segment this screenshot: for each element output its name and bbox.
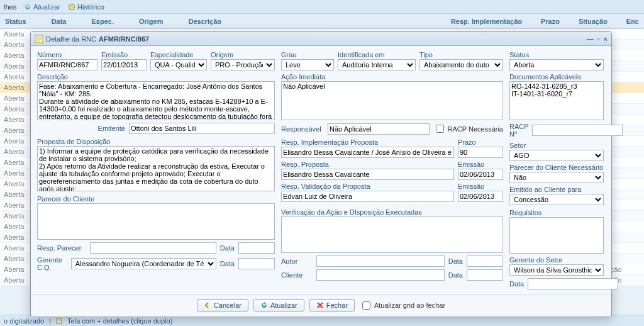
lbl-emitido: Emitido ao Cliente para bbox=[509, 186, 604, 193]
racp-no-field[interactable] bbox=[532, 125, 623, 136]
acao-textarea[interactable]: Não Aplicável bbox=[281, 81, 503, 120]
lbl-cliente: Cliente bbox=[281, 271, 313, 279]
emissao2a-field[interactable] bbox=[458, 169, 503, 180]
lbl-especialidade: Especialidade bbox=[150, 51, 207, 59]
emitente-field[interactable] bbox=[129, 123, 275, 134]
cancelar-label: Cancelar bbox=[214, 301, 242, 309]
lbl-documentos: Documentos Aplicáveis bbox=[509, 73, 604, 81]
lbl-identificada: Identificada em bbox=[338, 51, 416, 59]
proposta-disp-textarea[interactable]: 1) Informar a equipe de proteção catódic… bbox=[37, 146, 275, 191]
lbl-racp-nec: RACP Necessária bbox=[448, 125, 503, 133]
parecer-nec-select[interactable]: Não bbox=[509, 172, 604, 183]
refresh-icon bbox=[260, 301, 268, 309]
data4-field[interactable] bbox=[467, 269, 503, 281]
emissao-field[interactable] bbox=[101, 59, 147, 70]
lbl-proposta-disp: Proposta de Disposição bbox=[37, 138, 275, 145]
prazo-field[interactable] bbox=[458, 147, 503, 158]
lbl-origem: Origem bbox=[211, 51, 275, 59]
lbl-emissao2a: Emissão bbox=[458, 160, 503, 168]
lbl-emissao2b: Emissão bbox=[458, 183, 503, 190]
modal-button-bar: Cancelar Atualizar Fechar Atualizar grid… bbox=[31, 295, 611, 317]
top-toolbar: lhes Atualizar Histórico bbox=[0, 0, 644, 14]
grau-select[interactable]: Leve bbox=[281, 59, 334, 70]
lbl-racp-no: RACP Nº bbox=[509, 123, 528, 138]
tipo-select[interactable]: Abaixamento do duto bbox=[419, 59, 503, 70]
requisitos-textarea[interactable] bbox=[509, 217, 604, 254]
emissao2b-field[interactable] bbox=[458, 191, 503, 202]
racp-necessaria-checkbox[interactable]: RACP Necessária bbox=[433, 123, 503, 135]
lbl-emissao: Emissão bbox=[101, 51, 147, 59]
data3-field[interactable] bbox=[238, 258, 275, 269]
atualizar-modal-button[interactable]: Atualizar bbox=[253, 299, 304, 312]
svg-rect-1 bbox=[57, 318, 62, 323]
resp-parecer-field[interactable] bbox=[90, 242, 216, 254]
modal-titlebar[interactable]: Detalhe da RNC AFMR/RNC/867 — ▫ × bbox=[31, 32, 611, 46]
col-prazo[interactable]: Prazo bbox=[541, 18, 560, 25]
descricao-textarea[interactable]: Fase: Abaixamento e Cobertura - Encarreg… bbox=[37, 81, 275, 120]
close-button[interactable]: × bbox=[604, 35, 608, 43]
col-status[interactable]: Status bbox=[5, 18, 26, 25]
lbl-data3: Data bbox=[220, 260, 235, 267]
atualizar-grid-checkbox[interactable]: Atualizar grid ao fechar bbox=[360, 300, 445, 312]
col-descricao[interactable]: Descrição bbox=[188, 18, 221, 25]
lbl-gerente-cq: Gerente C.Q. bbox=[37, 256, 67, 271]
modal-title-id: AFMR/RNC/867 bbox=[99, 35, 149, 43]
lbl-resp-prop: Resp. Proposta bbox=[281, 160, 454, 168]
history-icon bbox=[68, 3, 75, 11]
historico-label: Histórico bbox=[77, 3, 104, 11]
status-digitalizado: o digitalizado bbox=[4, 317, 44, 325]
cliente-field[interactable] bbox=[316, 269, 445, 281]
lbl-responsavel: Responsável bbox=[281, 125, 324, 133]
form-icon bbox=[35, 35, 43, 43]
cancelar-button[interactable]: Cancelar bbox=[197, 299, 248, 312]
fechar-button[interactable]: Fechar bbox=[309, 299, 355, 312]
lbl-prazo: Prazo bbox=[458, 138, 503, 146]
lbl-parecer: Parecer do Cliente bbox=[37, 195, 275, 203]
resp-impl-field[interactable] bbox=[281, 147, 454, 158]
lbl-emitente: Emitente bbox=[37, 125, 125, 132]
gerente-setor-select[interactable]: Wilson da Silva Gorosthide bbox=[509, 264, 604, 276]
minimize-button[interactable]: — bbox=[587, 35, 594, 43]
origem-select[interactable]: PRO - Produção bbox=[211, 59, 275, 70]
autor-field[interactable] bbox=[316, 256, 445, 267]
lbl-numero: Número bbox=[37, 51, 97, 59]
atualizar-button[interactable]: Atualizar bbox=[24, 3, 60, 11]
status-select[interactable]: Aberta bbox=[509, 59, 604, 70]
data2-field[interactable] bbox=[467, 256, 503, 267]
data5-field[interactable] bbox=[528, 278, 618, 289]
col-espec[interactable]: Espec. bbox=[91, 18, 113, 25]
gerente-cq-select[interactable]: Alessandro Nogueira (Coordenador de Té bbox=[71, 258, 216, 269]
parecer-textarea[interactable] bbox=[37, 203, 275, 240]
numero-field[interactable] bbox=[37, 59, 97, 70]
resp-valid-field[interactable] bbox=[281, 191, 454, 202]
modal-title-prefix: Detalhe da RNC bbox=[46, 35, 96, 43]
lbl-tipo: Tipo bbox=[419, 51, 503, 59]
lbl-resp-valid: Resp. Validação da Proposta bbox=[281, 183, 454, 190]
especialidade-select[interactable]: QUA - Qualid bbox=[150, 59, 207, 70]
lbl-data5: Data bbox=[509, 280, 524, 288]
emitido-select[interactable]: Concessão bbox=[509, 194, 604, 205]
col-data[interactable]: Data bbox=[52, 18, 67, 25]
lbl-data4: Data bbox=[448, 271, 463, 279]
lbl-data2: Data bbox=[448, 257, 463, 265]
lbl-grau: Grau bbox=[281, 51, 334, 59]
grid-header: Status Data Espec. Origem Descrição Resp… bbox=[0, 14, 644, 29]
data1-field[interactable] bbox=[238, 242, 275, 254]
verificacao-textarea[interactable] bbox=[281, 216, 503, 253]
maximize-button[interactable]: ▫ bbox=[597, 35, 600, 43]
close-icon bbox=[316, 301, 324, 309]
col-enc[interactable]: Enc bbox=[626, 18, 639, 25]
resp-prop-field[interactable] bbox=[281, 169, 454, 180]
responsavel-field[interactable] bbox=[328, 123, 430, 135]
identificada-select[interactable]: Auditoria Interna bbox=[338, 59, 416, 70]
col-resp-impl[interactable]: Resp. Implementação bbox=[451, 18, 522, 25]
setor-select[interactable]: AGO bbox=[509, 150, 604, 161]
lbl-descricao: Descrição bbox=[37, 73, 275, 81]
lbl-verificacao: Verificação da Ação e DIsposição Executa… bbox=[281, 208, 503, 216]
col-origem[interactable]: Origem bbox=[139, 18, 164, 25]
col-situacao[interactable]: Situação bbox=[579, 18, 608, 25]
refresh-icon bbox=[24, 3, 31, 11]
documentos-textarea[interactable]: RO-1442-31-6285_r3 IT-1401-31-6020_r7 bbox=[509, 81, 604, 120]
historico-button[interactable]: Histórico bbox=[68, 3, 104, 11]
status-tela: Tela com + detalhes (clique duplo) bbox=[67, 317, 172, 325]
